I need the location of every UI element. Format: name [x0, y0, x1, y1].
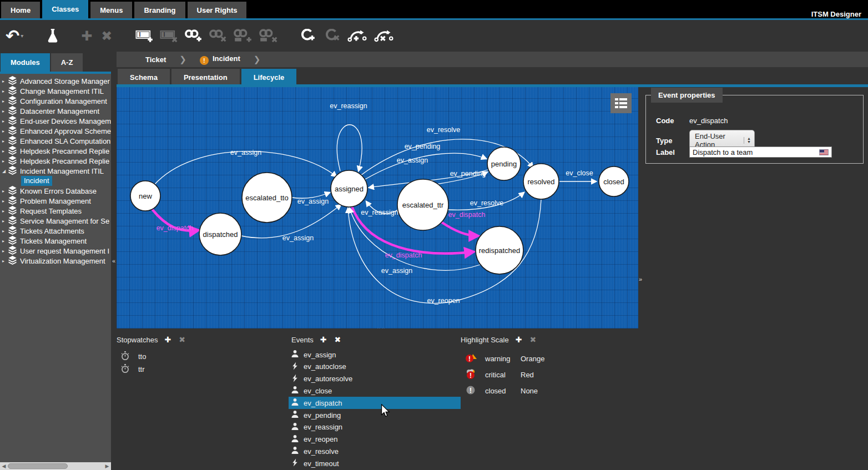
sidebar-horizontal-scrollbar[interactable]: ◀ ▶ [0, 462, 111, 470]
tab-presentation[interactable]: Presentation [171, 69, 240, 86]
chevron-right-icon[interactable]: ▸ [2, 139, 8, 144]
nav-tab-branding[interactable]: Branding [134, 2, 185, 18]
transition-label: ev_assign [297, 198, 329, 205]
sidebar-item-problem-management[interactable]: ▸Problem Management [0, 196, 111, 206]
stopwatch-item-tto[interactable]: tto [121, 351, 146, 362]
sidebar-item-incident[interactable]: Incident [0, 176, 111, 186]
module-icon [8, 146, 18, 156]
sidebar-item-tickets-attachments[interactable]: ▸Tickets Attachments [0, 226, 111, 236]
delete-transition-button[interactable] [374, 25, 394, 47]
transition-ev_reassign[interactable] [337, 125, 362, 171]
event-item-ev_autoresolve[interactable]: ev_autoresolve [289, 373, 461, 385]
event-item-ev_reopen[interactable]: ev_reopen [289, 433, 461, 446]
chevron-right-icon[interactable]: ▸ [2, 109, 8, 114]
event-item-ev_assign[interactable]: ev_assign [289, 348, 461, 361]
transition-ev_dispatch[interactable] [441, 222, 477, 236]
chevron-right-icon[interactable]: ▸ [2, 199, 8, 204]
nav-tab-menus[interactable]: Menus [90, 2, 132, 18]
chevron-right-icon[interactable]: ▸ [2, 249, 8, 254]
sidebar-item-helpdesk-precanned-replie[interactable]: ▸Helpdesk Precanned Replie [0, 146, 111, 156]
tab-schema[interactable]: Schema [118, 69, 170, 86]
sidebar-item-datacenter-management[interactable]: ▸Datacenter Management [0, 106, 111, 116]
chevron-right-icon[interactable]: ▸ [2, 239, 8, 244]
breadcrumb-item-ticket[interactable]: Ticket [140, 55, 171, 64]
caret-button[interactable]: ▾ [21, 25, 23, 47]
breadcrumb-item-incident[interactable]: !Incident [194, 54, 246, 65]
sidebar-tab-a-z[interactable]: A-Z [51, 53, 83, 72]
nav-tab-user-rights[interactable]: User Rights [188, 2, 247, 18]
add-linkset-button[interactable] [233, 25, 253, 47]
event-item-ev_timeout[interactable]: ev_timeout [289, 457, 461, 469]
event-item-ev_reassign[interactable]: ev_reassign [289, 421, 461, 433]
scrollbar-thumb[interactable] [8, 463, 68, 469]
add-event-button[interactable]: ✚ [320, 335, 327, 344]
sidebar-item-tickets-management[interactable]: ▸Tickets Management [0, 236, 111, 246]
chevron-right-icon[interactable]: ▸ [2, 79, 8, 84]
scroll-right-arrow-icon[interactable]: ▶ [103, 463, 111, 469]
delete-event-button[interactable]: ✖ [334, 335, 341, 344]
sidebar-item-request-templates[interactable]: ▸Request Templates [0, 206, 111, 216]
right-splitter-handle[interactable]: » [639, 276, 642, 282]
chevron-right-icon[interactable]: ▸ [2, 159, 8, 164]
highlight-item-closed[interactable]: !closedNone [465, 385, 538, 397]
event-item-ev_close[interactable]: ev_close [289, 385, 461, 397]
event-item-ev_resolve[interactable]: ev_resolve [289, 445, 461, 457]
chevron-right-icon[interactable]: ▸ [2, 259, 8, 264]
sidebar-item-incident-management-itil[interactable]: ◢Incident Management ITIL [0, 166, 111, 176]
lifecycle-diagram[interactable]: newdispatchedescalated_ttoassignedescala… [117, 87, 638, 329]
sidebar-item-helpdesk-precanned-replie[interactable]: ▸Helpdesk Precanned Replie [0, 156, 111, 166]
highlight-item-warning[interactable]: !warningOrange [465, 352, 544, 365]
add-state-button[interactable] [300, 25, 316, 47]
sidebar-item-configuration-management[interactable]: ▸Configuration Management [0, 96, 111, 106]
delete-state-button[interactable] [324, 25, 341, 47]
event-item-ev_pending[interactable]: ev_pending [289, 409, 461, 421]
tab-lifecycle[interactable]: Lifecycle [241, 69, 297, 86]
chevron-right-icon[interactable]: ▸ [2, 89, 8, 94]
sidebar-item-user-request-management-i[interactable]: ▸User request Management I [0, 246, 111, 256]
sidebar-item-known-errors-database[interactable]: ▸Known Errors Database [0, 186, 111, 196]
chevron-right-icon[interactable]: ▸ [2, 219, 8, 224]
sidebar-item-advanced-storage-manager[interactable]: ▸Advanced Storage Manager [0, 76, 111, 86]
add-link-button[interactable] [184, 25, 203, 47]
chevron-right-icon[interactable]: ▸ [2, 209, 8, 214]
sidebar-item-change-management-itil[interactable]: ▸Change Management ITIL [0, 86, 111, 96]
delete-linkset-button[interactable] [259, 25, 279, 47]
chevron-right-icon[interactable]: ▸ [2, 149, 8, 154]
add-stopwatch-button[interactable]: ✚ [164, 335, 171, 344]
chevron-right-icon[interactable]: ▸ [2, 129, 8, 134]
test-run-button[interactable] [46, 25, 60, 47]
nav-tab-classes[interactable]: Classes [42, 0, 88, 18]
sidebar-item-enhanced-approval-scheme[interactable]: ▸Enhanced Approval Scheme [0, 126, 111, 136]
chevron-right-icon[interactable]: ▸ [2, 229, 8, 234]
diagram-legend-button[interactable] [610, 93, 632, 113]
chevron-down-icon[interactable]: ◢ [2, 169, 8, 174]
add-highlight-button[interactable]: ✚ [516, 335, 522, 344]
sidebar-item-enhanced-sla-computation[interactable]: ▸Enhanced SLA Computation [0, 136, 111, 146]
delete-field-button[interactable]: I [160, 25, 179, 47]
highlight-item-critical[interactable]: !criticalRed [465, 368, 534, 381]
chevron-right-icon[interactable]: ▸ [2, 189, 8, 194]
label-input[interactable]: Dispatch to a team [689, 146, 832, 158]
delete-link-button[interactable] [209, 25, 228, 47]
delete-stopwatch-button[interactable]: ✖ [179, 335, 185, 344]
undo-button[interactable]: ↶ [6, 25, 19, 47]
delete-button[interactable]: ✖ [101, 25, 112, 47]
scroll-left-arrow-icon[interactable]: ◀ [0, 463, 8, 469]
add-field-button[interactable]: I [135, 25, 154, 47]
nav-tab-home[interactable]: Home [1, 2, 40, 18]
svg-text:!: ! [470, 371, 472, 379]
delete-highlight-button[interactable]: ✖ [529, 335, 536, 344]
add-button[interactable]: ✚ [81, 25, 92, 47]
event-item-ev_autoclose[interactable]: ev_autoclose [289, 361, 461, 373]
sidebar-item-service-management-for-se[interactable]: ▸Service Management for Se [0, 216, 111, 226]
stopwatch-item-ttr[interactable]: ttr [121, 363, 145, 375]
lifecycle-canvas[interactable]: newdispatchedescalated_ttoassignedescala… [117, 87, 638, 329]
chevron-right-icon[interactable]: ▸ [2, 99, 8, 104]
sidebar-tab-modules[interactable]: Modules [1, 53, 50, 72]
left-splitter-handle[interactable]: « [111, 257, 117, 266]
sidebar-item-end-user-devices-managem[interactable]: ▸End-user Devices Managem [0, 116, 111, 126]
add-transition-button[interactable] [347, 25, 367, 47]
chevron-right-icon[interactable]: ▸ [2, 119, 8, 124]
event-item-ev_dispatch[interactable]: ev_dispatch [289, 397, 461, 409]
sidebar-item-virtualization-management[interactable]: ▸Virtualization Management [0, 256, 111, 266]
